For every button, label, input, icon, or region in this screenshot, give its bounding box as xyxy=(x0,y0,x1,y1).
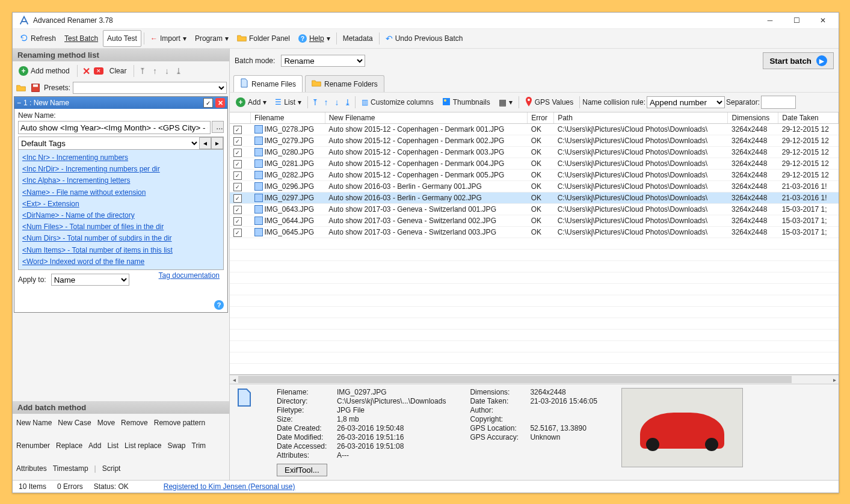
tab-rename-folders[interactable]: Rename Folders xyxy=(305,75,384,92)
column-header[interactable]: Date Taken xyxy=(778,112,839,124)
add-batch-add[interactable]: Add xyxy=(88,441,101,450)
tag-link[interactable]: <Inc Nr> - Incrementing numbers xyxy=(22,152,220,164)
tag-prev-button[interactable]: ◂ xyxy=(199,137,211,149)
method-help-icon[interactable]: ? xyxy=(214,300,224,310)
help-button[interactable]: ? Help▾ xyxy=(295,31,334,46)
auto-test-button[interactable]: Auto Test xyxy=(103,30,141,47)
row-checkbox[interactable]: ✓ xyxy=(233,149,242,157)
table-row[interactable]: ✓IMG_0280.JPGAuto show 2015-12 - Copenha… xyxy=(230,147,839,158)
file-table[interactable]: FilenameNew FilenameErrorPathDimensionsD… xyxy=(230,112,839,375)
list-view-button[interactable]: ☰List▾ xyxy=(271,94,305,110)
table-row[interactable]: ✓IMG_0644.JPGAuto show 2017-03 - Geneva … xyxy=(230,215,839,227)
add-batch-renumber[interactable]: Renumber xyxy=(16,441,50,450)
new-name-input[interactable] xyxy=(18,121,211,134)
undo-button[interactable]: ↶ Undo Previous Batch xyxy=(382,31,467,46)
row-checkbox[interactable]: ✓ xyxy=(233,160,242,168)
tag-link[interactable]: <Num Items> - Total number of items in t… xyxy=(22,245,220,256)
method-enabled-checkbox[interactable]: ✓ xyxy=(203,98,213,108)
horizontal-scrollbar[interactable]: ◂▸ xyxy=(230,375,839,384)
table-row[interactable]: ✓IMG_0296.JPGAuto show 2016-03 - Berlin … xyxy=(230,181,839,192)
add-batch-move[interactable]: Move xyxy=(97,419,115,427)
add-batch-script[interactable]: Script xyxy=(102,464,121,473)
row-checkbox[interactable]: ✓ xyxy=(233,229,242,237)
folder-panel-button[interactable]: Folder Panel xyxy=(233,31,294,46)
gps-values-button[interactable]: GPS Values xyxy=(522,94,577,110)
tab-rename-files[interactable]: Rename Files xyxy=(233,75,303,92)
move-up-button[interactable]: ↑ xyxy=(150,66,159,76)
collision-select[interactable]: Append number xyxy=(647,96,725,108)
add-batch-swap[interactable]: Swap xyxy=(167,441,185,450)
new-name-browse-button[interactable]: … xyxy=(212,121,224,133)
save-preset-button[interactable] xyxy=(29,82,42,93)
add-batch-trim[interactable]: Trim xyxy=(192,441,206,450)
presets-select[interactable] xyxy=(73,82,227,94)
program-button[interactable]: Program▾ xyxy=(191,31,232,46)
test-batch-button[interactable]: Test Batch xyxy=(61,31,102,46)
add-batch-timestamp[interactable]: Timestamp xyxy=(53,464,88,473)
registration-link[interactable]: Registered to Kim Jensen (Personal use) xyxy=(164,482,295,491)
row-checkbox[interactable]: ✓ xyxy=(233,126,242,134)
row-checkbox[interactable]: ✓ xyxy=(233,217,242,226)
refresh-button[interactable]: Refresh xyxy=(16,31,60,46)
method-delete-button[interactable]: ✕ xyxy=(215,98,225,108)
move-down-button[interactable]: ↓ xyxy=(162,66,171,76)
sort-up-button[interactable]: ↑ xyxy=(321,97,331,107)
add-batch-remove[interactable]: Remove xyxy=(121,419,148,427)
add-batch-replace[interactable]: Replace xyxy=(56,441,82,450)
column-header[interactable]: New Filename xyxy=(325,112,528,124)
tag-link[interactable]: <Num Dirs> - Total number of subdirs in … xyxy=(22,233,220,244)
row-checkbox[interactable]: ✓ xyxy=(233,194,242,203)
add-batch-new-case[interactable]: New Case xyxy=(58,419,91,427)
table-row[interactable]: ✓IMG_0282.JPGAuto show 2015-12 - Copenha… xyxy=(230,170,839,181)
clear-button[interactable]: Clear xyxy=(106,63,131,79)
add-batch-attributes[interactable]: Attributes xyxy=(16,464,47,473)
column-header[interactable]: Filename xyxy=(251,112,325,124)
table-row[interactable]: ✓IMG_0297.JPGAuto show 2016-03 - Berlin … xyxy=(230,192,839,204)
tag-link[interactable]: <Name> - File name without extension xyxy=(22,187,220,198)
tag-documentation-link[interactable]: Tag documentation xyxy=(159,271,220,280)
move-top-button[interactable]: ⤒ xyxy=(138,66,147,76)
column-header[interactable]: Path xyxy=(554,112,728,124)
separator-input[interactable] xyxy=(761,96,796,109)
column-header[interactable]: Error xyxy=(528,112,554,124)
exiftool-button[interactable]: ExifTool... xyxy=(277,464,327,476)
metadata-button[interactable]: Metadata xyxy=(339,31,377,46)
add-batch-list-replace[interactable]: List replace xyxy=(125,441,161,450)
method-collapse-icon[interactable]: − xyxy=(17,99,21,107)
add-files-button[interactable]: +Add▾ xyxy=(232,94,270,110)
row-checkbox[interactable]: ✓ xyxy=(233,171,242,180)
row-checkbox[interactable]: ✓ xyxy=(233,137,242,146)
tag-link[interactable]: <Word> Indexed word of the file name xyxy=(22,256,220,268)
thumbnails-button[interactable]: Thumbnails xyxy=(439,94,494,110)
tag-link[interactable]: <Num Files> - Total number of files in t… xyxy=(22,221,220,233)
move-bottom-button[interactable]: ⤓ xyxy=(174,66,183,76)
grid-options-button[interactable]: ▦▾ xyxy=(495,94,516,110)
close-button[interactable]: ✕ xyxy=(810,13,836,28)
maximize-button[interactable]: ☐ xyxy=(783,13,810,28)
sort-bottom-button[interactable]: ⤓ xyxy=(343,97,353,107)
tag-link[interactable]: <Inc Alpha> - Incrementing letters xyxy=(22,175,220,186)
sort-down-button[interactable]: ↓ xyxy=(332,97,342,107)
minimize-button[interactable]: ─ xyxy=(757,13,783,28)
tag-link[interactable]: <Ext> - Extension xyxy=(22,198,220,210)
row-checkbox[interactable]: ✓ xyxy=(233,183,242,191)
add-batch-remove-pattern[interactable]: Remove pattern xyxy=(154,419,205,427)
open-preset-button[interactable] xyxy=(15,82,27,93)
customize-columns-button[interactable]: ▥Customize columns xyxy=(358,94,437,110)
import-button[interactable]: ← Import▾ xyxy=(147,31,190,46)
add-method-button[interactable]: + Add method xyxy=(15,63,73,79)
tag-link[interactable]: <Inc NrDir> - Incrementing numbers per d… xyxy=(22,164,220,175)
tag-link[interactable]: <DirName> - Name of the directory xyxy=(22,210,220,221)
add-batch-new-name[interactable]: New Name xyxy=(16,419,52,427)
tag-group-select[interactable]: Default Tags xyxy=(19,137,199,149)
clear-badge-icon[interactable]: ✕ xyxy=(94,67,103,75)
table-row[interactable]: ✓IMG_0645.JPGAuto show 2017-03 - Geneva … xyxy=(230,227,839,238)
table-row[interactable]: ✓IMG_0643.JPGAuto show 2017-03 - Geneva … xyxy=(230,204,839,215)
apply-to-select[interactable]: Name xyxy=(51,274,129,286)
table-row[interactable]: ✓IMG_0278.JPGAuto show 2015-12 - Copenha… xyxy=(230,124,839,135)
column-header[interactable]: Dimensions xyxy=(728,112,778,124)
table-row[interactable]: ✓IMG_0279.JPGAuto show 2015-12 - Copenha… xyxy=(230,135,839,147)
add-batch-list[interactable]: List xyxy=(107,441,119,450)
tag-next-button[interactable]: ▸ xyxy=(211,137,223,149)
delete-icon[interactable]: ✕ xyxy=(81,66,91,77)
